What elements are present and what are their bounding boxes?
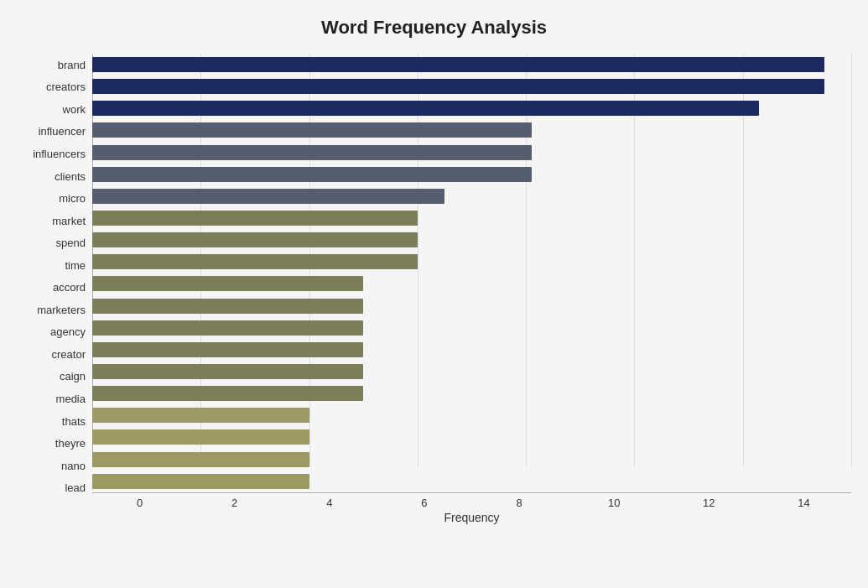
bar-row: [92, 231, 851, 249]
grid-line: [851, 54, 852, 467]
bar-row: [92, 319, 851, 337]
x-tick-label: 2: [187, 497, 282, 509]
bar: [92, 320, 363, 336]
x-axis-labels: 02468101214: [92, 492, 851, 509]
x-tick-label: 6: [377, 497, 471, 509]
bar: [92, 364, 363, 379]
y-label: accord: [53, 282, 86, 293]
bar: [92, 101, 759, 116]
bar: [92, 211, 418, 226]
chart-area: brandcreatorsworkinfluencerinfluencerscl…: [17, 54, 851, 524]
x-axis-title: Frequency: [92, 511, 851, 524]
y-label: media: [56, 393, 86, 404]
y-label: brand: [58, 60, 86, 70]
y-label: theyre: [55, 438, 86, 449]
y-label: thats: [62, 416, 86, 427]
bar: [92, 299, 363, 314]
bar: [92, 232, 418, 247]
bar: [92, 167, 532, 182]
x-tick-label: 10: [567, 497, 662, 509]
bar: [92, 276, 363, 291]
bar-row: [92, 99, 851, 117]
bar-row: [92, 55, 851, 74]
y-label: influencer: [39, 126, 86, 137]
bar-row: [92, 143, 851, 162]
y-label: caign: [60, 371, 86, 382]
bar-row: [92, 209, 851, 227]
y-label: nano: [61, 461, 86, 471]
bar-row: [92, 187, 851, 206]
y-label: marketers: [37, 304, 86, 315]
bar: [92, 474, 309, 489]
bar: [92, 408, 309, 423]
y-label: agency: [50, 326, 86, 337]
bar-row: [92, 77, 851, 96]
y-label: clients: [55, 171, 86, 182]
bars-wrapper: [92, 54, 851, 492]
bar-row: [92, 297, 851, 315]
y-label: time: [65, 260, 86, 271]
y-label: influencers: [33, 148, 86, 159]
chart-title: Word Frequency Analysis: [17, 17, 851, 39]
bar-row: [92, 274, 851, 293]
y-label: lead: [65, 482, 86, 493]
bar: [92, 189, 444, 204]
bar: [92, 386, 363, 401]
x-tick-label: 12: [662, 497, 756, 509]
bar: [92, 57, 824, 72]
bar-row: [92, 165, 851, 184]
bar: [92, 145, 532, 160]
bar: [92, 342, 363, 357]
y-label: creator: [52, 349, 86, 360]
bar-row: [92, 121, 851, 139]
x-tick-label: 0: [92, 497, 187, 509]
y-label: spend: [56, 237, 86, 248]
y-label: work: [63, 104, 86, 115]
chart-container: Word Frequency Analysis brandcreatorswor…: [0, 0, 868, 588]
x-tick-label: 4: [282, 497, 377, 509]
bar: [92, 122, 532, 138]
x-tick-label: 8: [472, 497, 567, 509]
bar: [92, 79, 824, 94]
bar-row: [92, 450, 851, 469]
y-axis: brandcreatorsworkinfluencerinfluencerscl…: [17, 54, 92, 524]
bar-row: [92, 384, 851, 403]
y-label: creators: [46, 81, 86, 92]
bar: [92, 452, 309, 467]
plot-area: 02468101214 Frequency: [92, 54, 851, 524]
x-tick-label: 14: [756, 497, 851, 509]
bar-row: [92, 252, 851, 271]
bar-row: [92, 428, 851, 446]
bar-row: [92, 341, 851, 359]
y-label: market: [52, 216, 86, 226]
bar: [92, 254, 418, 269]
bar: [92, 429, 309, 445]
bar-row: [92, 362, 851, 381]
bar-row: [92, 472, 851, 491]
y-label: micro: [59, 193, 86, 204]
bar-row: [92, 406, 851, 424]
